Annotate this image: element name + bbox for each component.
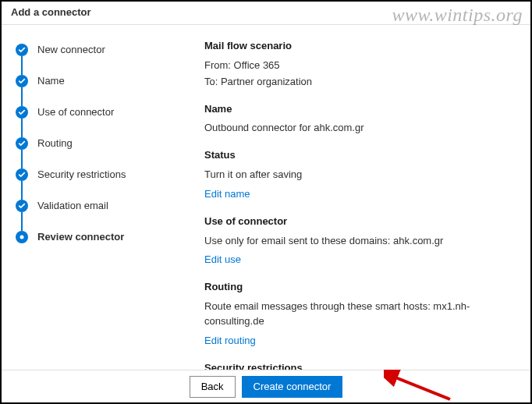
create-connector-button[interactable]: Create connector [242, 376, 343, 398]
routing-heading: Routing [204, 280, 516, 295]
wizard-step-label: Use of connector [37, 106, 114, 119]
name-heading: Name [204, 102, 516, 117]
step-connector-line [21, 150, 23, 168]
add-connector-dialog: www.wintips.org Add a connector New conn… [0, 0, 532, 404]
wizard-step-label: Name [37, 75, 65, 87]
status-value: Turn it on after saving [204, 168, 516, 183]
step-connector-line [21, 119, 23, 137]
wizard-step[interactable]: Review connector [16, 231, 158, 243]
review-content: Mail flow scenario From: Office 365 To: … [158, 25, 530, 371]
section-name: Name Outbound connector for ahk.com.gr [204, 102, 516, 136]
section-status: Status Turn it on after saving Edit name [204, 148, 516, 202]
wizard-step[interactable]: Validation email [16, 200, 158, 231]
use-value: Use only for email sent to these domains… [204, 234, 516, 249]
wizard-step[interactable]: New connector [16, 44, 158, 75]
check-icon [16, 106, 28, 119]
wizard-step-label: New connector [37, 44, 105, 56]
section-use: Use of connector Use only for email sent… [204, 214, 516, 268]
scenario-from: From: Office 365 [204, 58, 516, 73]
section-routing: Routing Route email messages through the… [204, 280, 516, 348]
dialog-body: New connectorNameUse of connectorRouting… [2, 25, 530, 371]
check-icon [16, 44, 28, 56]
edit-routing-link[interactable]: Edit routing [204, 334, 256, 349]
name-value: Outbound connector for ahk.com.gr [204, 121, 516, 136]
step-connector-line [21, 181, 23, 200]
wizard-step-label: Security restrictions [37, 168, 126, 181]
svg-point-0 [20, 236, 24, 239]
dialog-title: Add a connector [11, 6, 521, 18]
routing-value: Route email messages through these smart… [204, 299, 516, 329]
step-connector-line [21, 87, 23, 106]
check-icon [16, 200, 28, 212]
dialog-header: Add a connector [2, 2, 530, 25]
section-mail-flow-scenario: Mail flow scenario From: Office 365 To: … [204, 39, 516, 90]
scenario-heading: Mail flow scenario [204, 39, 516, 54]
edit-name-link[interactable]: Edit name [204, 187, 250, 202]
check-icon [16, 168, 28, 181]
wizard-step[interactable]: Name [16, 75, 158, 106]
dialog-footer: Back Create connector [2, 370, 530, 402]
wizard-steps: New connectorNameUse of connectorRouting… [2, 25, 158, 371]
wizard-step-label: Routing [37, 137, 73, 150]
wizard-step[interactable]: Security restrictions [16, 168, 158, 200]
wizard-step[interactable]: Use of connector [16, 106, 158, 137]
edit-use-link[interactable]: Edit use [204, 253, 241, 268]
check-icon [16, 75, 28, 87]
wizard-step-label: Review connector [37, 231, 124, 243]
back-button[interactable]: Back [190, 376, 236, 398]
step-connector-line [21, 56, 23, 75]
wizard-step-label: Validation email [37, 200, 108, 212]
check-icon [16, 137, 28, 150]
status-heading: Status [204, 148, 516, 163]
step-dot-icon [16, 231, 28, 243]
step-connector-line [21, 212, 23, 231]
scenario-to: To: Partner organization [204, 75, 516, 90]
use-heading: Use of connector [204, 214, 516, 229]
wizard-step[interactable]: Routing [16, 137, 158, 168]
